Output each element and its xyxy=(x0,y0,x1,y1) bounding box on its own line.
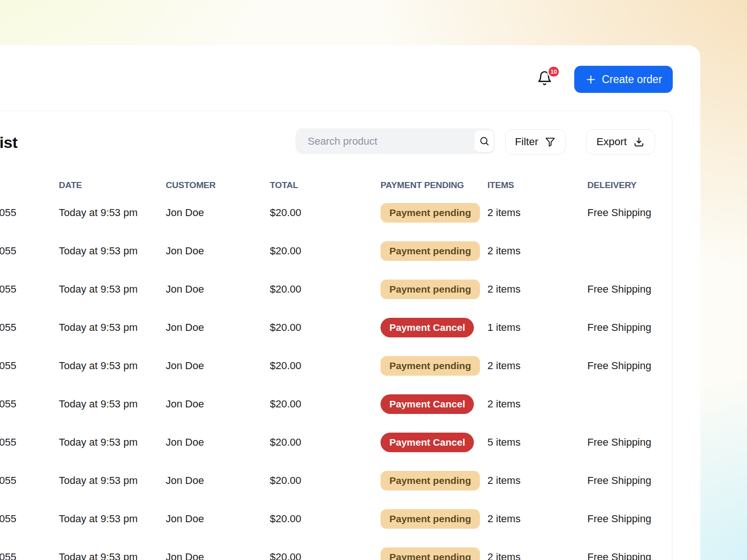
table-row[interactable]: 055Today at 9:53 pmJon Doe$20.00Payment … xyxy=(0,270,672,308)
date-cell: Today at 9:53 pm xyxy=(59,283,138,295)
payment-cell: Payment pending xyxy=(381,203,480,223)
date-cell: Today at 9:53 pm xyxy=(59,551,138,560)
table-row[interactable]: 055Today at 9:53 pmJon Doe$20.00Payment … xyxy=(0,347,672,385)
customer-cell: Jon Doe xyxy=(166,475,204,487)
table-row[interactable]: 055Today at 9:53 pmJon Doe$20.00Payment … xyxy=(0,538,672,560)
payment-status-badge: Payment pending xyxy=(381,203,480,223)
order-id-cell: 055 xyxy=(0,283,16,295)
table-row[interactable]: 055Today at 9:53 pmJon Doe$20.00Payment … xyxy=(0,308,672,347)
date-cell: Today at 9:53 pm xyxy=(59,436,138,448)
items-cell: 1 items xyxy=(487,322,521,334)
table-row[interactable]: 055Today at 9:53 pmJon Doe$20.00Payment … xyxy=(0,462,672,500)
date-cell: Today at 9:53 pm xyxy=(59,360,138,372)
delivery-cell: Free Shipping xyxy=(587,207,651,219)
date-cell: Today at 9:53 pm xyxy=(59,513,138,525)
items-cell: 2 items xyxy=(487,207,521,219)
items-cell: 2 items xyxy=(487,513,521,525)
payment-status-badge: Payment pending xyxy=(381,280,480,299)
payment-status-badge: Payment Cancel xyxy=(381,394,474,414)
total-cell: $20.00 xyxy=(270,551,301,560)
total-cell: $20.00 xyxy=(270,513,301,525)
total-cell: $20.00 xyxy=(270,436,301,448)
items-cell: 2 items xyxy=(487,360,521,372)
items-cell: 2 items xyxy=(487,245,521,257)
delivery-cell: Free Shipping xyxy=(587,436,651,448)
customer-cell: Jon Doe xyxy=(166,551,204,560)
delivery-cell: Free Shipping xyxy=(587,283,651,295)
table-body: 055Today at 9:53 pmJon Doe$20.00Payment … xyxy=(0,0,672,560)
total-cell: $20.00 xyxy=(270,398,301,410)
payment-cell: Payment pending xyxy=(381,547,480,560)
payment-status-badge: Payment pending xyxy=(381,356,480,376)
date-cell: Today at 9:53 pm xyxy=(59,398,138,410)
total-cell: $20.00 xyxy=(270,360,301,372)
payment-cell: Payment pending xyxy=(381,241,480,261)
table-row[interactable]: 055Today at 9:53 pmJon Doe$20.00Payment … xyxy=(0,194,672,232)
order-id-cell: 055 xyxy=(0,513,16,525)
customer-cell: Jon Doe xyxy=(166,207,204,219)
order-id-cell: 055 xyxy=(0,551,16,560)
order-id-cell: 055 xyxy=(0,398,16,410)
date-cell: Today at 9:53 pm xyxy=(59,322,138,334)
payment-status-badge: Payment pending xyxy=(381,241,480,261)
table-row[interactable]: 055Today at 9:53 pmJon Doe$20.00Payment … xyxy=(0,385,672,423)
total-cell: $20.00 xyxy=(270,475,301,487)
customer-cell: Jon Doe xyxy=(166,283,204,295)
date-cell: Today at 9:53 pm xyxy=(59,245,138,257)
payment-cell: Payment pending xyxy=(381,509,480,529)
payment-cell: Payment Cancel xyxy=(381,394,474,414)
payment-cell: Payment Cancel xyxy=(381,318,474,337)
table-row[interactable]: 055Today at 9:53 pmJon Doe$20.00Payment … xyxy=(0,423,672,462)
table-row[interactable]: 055Today at 9:53 pmJon Doe$20.00Payment … xyxy=(0,500,672,538)
customer-cell: Jon Doe xyxy=(166,436,204,448)
items-cell: 2 items xyxy=(487,475,521,487)
payment-cell: Payment pending xyxy=(381,356,480,376)
date-cell: Today at 9:53 pm xyxy=(59,475,138,487)
customer-cell: Jon Doe xyxy=(166,322,204,334)
page-background: 10 Create order Order List Filter Export xyxy=(0,0,747,560)
delivery-cell: Free Shipping xyxy=(587,513,651,525)
total-cell: $20.00 xyxy=(270,283,301,295)
table-row[interactable]: 055Today at 9:53 pmJon Doe$20.00Payment … xyxy=(0,232,672,270)
payment-status-badge: Payment pending xyxy=(381,547,480,560)
payment-status-badge: Payment Cancel xyxy=(381,318,474,337)
payment-cell: Payment pending xyxy=(381,280,480,299)
payment-status-badge: Payment pending xyxy=(381,509,480,529)
payment-cell: Payment Cancel xyxy=(381,433,474,452)
items-cell: 2 items xyxy=(487,398,521,410)
order-id-cell: 055 xyxy=(0,475,16,487)
customer-cell: Jon Doe xyxy=(166,398,204,410)
delivery-cell: Free Shipping xyxy=(587,322,651,334)
delivery-cell: Free Shipping xyxy=(587,475,651,487)
payment-status-badge: Payment pending xyxy=(381,471,480,490)
order-id-cell: 055 xyxy=(0,360,16,372)
customer-cell: Jon Doe xyxy=(166,513,204,525)
total-cell: $20.00 xyxy=(270,322,301,334)
date-cell: Today at 9:53 pm xyxy=(59,207,138,219)
order-id-cell: 055 xyxy=(0,436,16,448)
order-id-cell: 055 xyxy=(0,207,16,219)
customer-cell: Jon Doe xyxy=(166,360,204,372)
delivery-cell: Free Shipping xyxy=(587,360,651,372)
order-id-cell: 055 xyxy=(0,322,16,334)
items-cell: 2 items xyxy=(487,283,521,295)
total-cell: $20.00 xyxy=(270,245,301,257)
customer-cell: Jon Doe xyxy=(166,245,204,257)
items-cell: 5 items xyxy=(487,436,521,448)
payment-cell: Payment pending xyxy=(381,471,480,490)
items-cell: 2 items xyxy=(487,551,521,560)
payment-status-badge: Payment Cancel xyxy=(381,433,474,452)
delivery-cell: Free Shipping xyxy=(587,551,651,560)
total-cell: $20.00 xyxy=(270,207,301,219)
order-id-cell: 055 xyxy=(0,245,16,257)
